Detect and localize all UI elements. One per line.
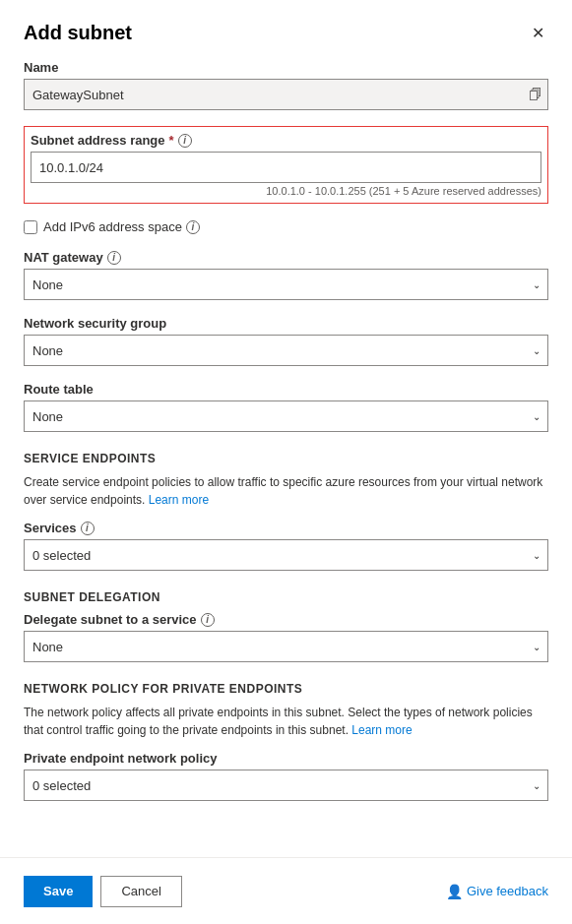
subnet-address-range-group: Subnet address range * i 10.0.1.0 - 10.0… bbox=[24, 126, 548, 204]
delegate-subnet-group: Delegate subnet to a service i None ⌄ bbox=[24, 612, 548, 662]
nat-gateway-select-wrapper: None ⌄ bbox=[24, 269, 548, 300]
subnet-address-range-info-icon[interactable]: i bbox=[178, 134, 192, 148]
ipv6-checkbox-label: Add IPv6 address space i bbox=[43, 219, 200, 234]
private-endpoint-policy-select[interactable]: 0 selected bbox=[24, 770, 548, 801]
ipv6-checkbox-row: Add IPv6 address space i bbox=[24, 219, 548, 234]
nat-gateway-label: NAT gateway i bbox=[24, 250, 548, 265]
nat-gateway-group: NAT gateway i None ⌄ bbox=[24, 250, 548, 300]
name-input[interactable] bbox=[24, 79, 548, 110]
name-label: Name bbox=[24, 60, 548, 75]
address-hint: 10.0.1.0 - 10.0.1.255 (251 + 5 Azure res… bbox=[31, 185, 541, 197]
copy-button[interactable]: 🗍 bbox=[529, 87, 542, 102]
name-input-wrapper: 🗍 bbox=[24, 79, 548, 110]
panel-header: Add subnet ✕ bbox=[0, 0, 572, 56]
subnet-delegation-header: SUBNET DELEGATION bbox=[24, 590, 548, 604]
services-label: Services i bbox=[24, 521, 548, 535]
route-table-select-wrapper: None ⌄ bbox=[24, 400, 548, 432]
nat-gateway-info-icon[interactable]: i bbox=[107, 251, 121, 265]
service-endpoints-description: Create service endpoint policies to allo… bbox=[24, 473, 548, 509]
network-security-group-group: Network security group None ⌄ bbox=[24, 316, 548, 366]
give-feedback-button[interactable]: 👤 Give feedback bbox=[446, 884, 548, 899]
network-security-group-label: Network security group bbox=[24, 316, 548, 331]
private-endpoint-policy-group: Private endpoint network policy 0 select… bbox=[24, 751, 548, 801]
network-policy-header: NETWORK POLICY FOR PRIVATE ENDPOINTS bbox=[24, 682, 548, 696]
services-select[interactable]: 0 selected bbox=[24, 539, 548, 571]
subnet-address-range-label: Subnet address range * i bbox=[31, 133, 541, 148]
close-button[interactable]: ✕ bbox=[528, 20, 548, 46]
network-security-group-select-wrapper: None ⌄ bbox=[24, 335, 548, 366]
nat-gateway-select[interactable]: None bbox=[24, 269, 548, 300]
panel-body: Name 🗍 Subnet address range * i 10.0.1.0… bbox=[0, 56, 572, 924]
cancel-button[interactable]: Cancel bbox=[100, 876, 181, 907]
delegate-subnet-info-icon[interactable]: i bbox=[201, 613, 215, 627]
panel-title: Add subnet bbox=[24, 22, 132, 44]
close-icon: ✕ bbox=[532, 24, 544, 42]
ipv6-info-icon[interactable]: i bbox=[186, 220, 200, 234]
delegate-subnet-select[interactable]: None bbox=[24, 631, 548, 662]
ipv6-checkbox[interactable] bbox=[24, 220, 37, 234]
route-table-select[interactable]: None bbox=[24, 400, 548, 432]
route-table-label: Route table bbox=[24, 382, 548, 397]
network-policy-description: The network policy affects all private e… bbox=[24, 704, 548, 739]
services-select-wrapper: 0 selected ⌄ bbox=[24, 539, 548, 571]
services-group: Services i 0 selected ⌄ bbox=[24, 521, 548, 571]
add-subnet-panel: Add subnet ✕ Name 🗍 Subnet address range… bbox=[0, 0, 572, 924]
save-button[interactable]: Save bbox=[24, 876, 93, 907]
service-endpoints-learn-more[interactable]: Learn more bbox=[149, 493, 209, 507]
feedback-icon: 👤 bbox=[446, 884, 463, 899]
panel-footer: Save Cancel 👤 Give feedback bbox=[0, 857, 572, 924]
private-endpoint-policy-select-wrapper: 0 selected ⌄ bbox=[24, 770, 548, 801]
subnet-address-range-input[interactable] bbox=[31, 152, 541, 183]
copy-icon: 🗍 bbox=[529, 87, 542, 102]
network-policy-learn-more[interactable]: Learn more bbox=[351, 723, 412, 737]
delegate-subnet-label: Delegate subnet to a service i bbox=[24, 612, 548, 627]
name-field-group: Name 🗍 bbox=[24, 60, 548, 110]
feedback-label: Give feedback bbox=[467, 884, 548, 898]
delegate-subnet-select-wrapper: None ⌄ bbox=[24, 631, 548, 662]
private-endpoint-policy-label: Private endpoint network policy bbox=[24, 751, 548, 766]
service-endpoints-header: SERVICE ENDPOINTS bbox=[24, 452, 548, 465]
services-info-icon[interactable]: i bbox=[81, 522, 95, 535]
route-table-group: Route table None ⌄ bbox=[24, 382, 548, 432]
network-security-group-select[interactable]: None bbox=[24, 335, 548, 366]
